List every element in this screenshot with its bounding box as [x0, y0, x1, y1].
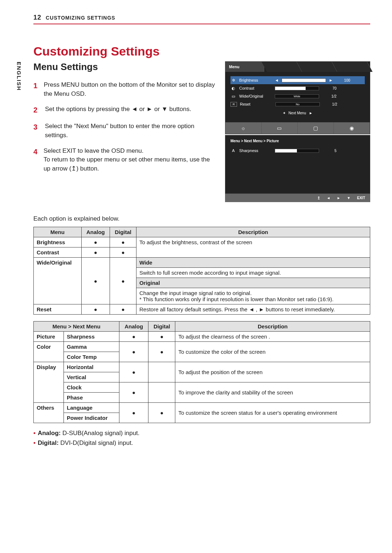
footnotes: •Analog: D-SUB(Analog signal) input. •Di… [33, 428, 370, 448]
heading-1: Customizing Settings [33, 44, 370, 58]
osd-row-reset: RResetNo1/2 [230, 100, 365, 108]
exit-label: EXIT [357, 196, 365, 200]
osd-row-sharpness: ASharpness5 [230, 147, 365, 155]
osd-breadcrumb: Menu > Next Menu > Picture [230, 139, 365, 147]
osd-row-brightness: ✲Brightness◄►100 [230, 76, 365, 84]
up-icon: ↥ [317, 196, 320, 200]
heading-2: Menu Settings [33, 61, 216, 73]
contrast-icon: ◐ [230, 86, 236, 91]
down-icon: ▼ [347, 196, 351, 200]
osd-tabs: Menu [225, 62, 370, 72]
right-icon: ► [337, 196, 340, 200]
osd-illustration: Menu ✲Brightness◄►100 ◐Contrast70 ▭Wide/… [225, 61, 370, 202]
osd-next-menu: ✦Next Menu► [230, 108, 365, 118]
reset-icon: R [230, 102, 237, 107]
header-rule [33, 24, 370, 24]
steps-list: 1Press MENU button on the bottom of the … [33, 81, 216, 173]
wide-icon: ▭ [230, 94, 236, 99]
sun-icon: ☼ [225, 122, 262, 134]
step-3: 3Select the "Next Menu" button to enter … [33, 122, 216, 140]
left-icon: ◄ [327, 196, 330, 200]
table-intro: Each option is explained below. [33, 215, 370, 222]
next-menu-table: Menu > Next MenuAnalogDigitalDescription… [33, 321, 370, 423]
language-tab: ENGLISH [16, 62, 22, 91]
running-header: 12 CUSTOMIZING SETTINGS [33, 14, 370, 21]
page-number: 12 [33, 14, 41, 21]
osd-row-contrast: ◐Contrast70 [230, 84, 365, 92]
section-title: CUSTOMIZING SETTINGS [46, 15, 115, 21]
osd-nav-bar: ↥ ◄ ► ▼ EXIT [225, 194, 370, 202]
osd-tab-menu: Menu [225, 62, 264, 72]
target-icon: ◉ [334, 122, 370, 134]
step-4: 4Select EXIT to leave the OSD menu. To r… [33, 147, 216, 173]
window-icon: ▢ [298, 122, 334, 134]
step-1: 1Press MENU button on the bottom of the … [33, 81, 216, 98]
menu-table: MenuAnalogDigitalDescription Brightness●… [33, 227, 370, 315]
brightness-icon: ✲ [230, 78, 236, 83]
screen-icon: ▭ [262, 122, 298, 134]
osd-row-wide: ▭Wide/OriginalWide1/2 [230, 92, 365, 100]
osd-mode-icons: ☼ ▭ ▢ ◉ [225, 122, 370, 134]
step-2: 2Set the options by pressing the ◄ or ► … [33, 105, 216, 115]
